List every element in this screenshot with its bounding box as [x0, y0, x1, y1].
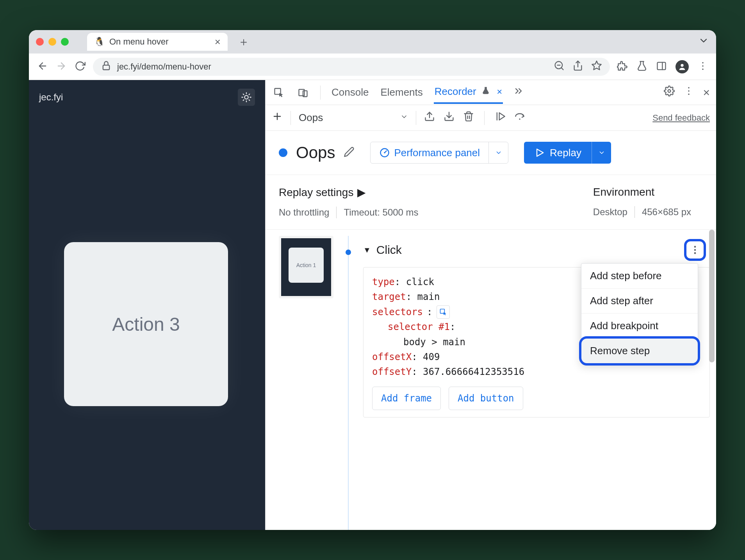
- prop-offsety-value[interactable]: 367.66666412353516: [423, 366, 524, 377]
- delete-recording-button[interactable]: [463, 111, 474, 125]
- recording-selector[interactable]: Oops: [299, 112, 408, 124]
- environment-header: Environment: [593, 186, 691, 198]
- share-icon[interactable]: [572, 60, 583, 73]
- close-tab-button[interactable]: ×: [215, 36, 221, 48]
- menu-remove-step[interactable]: Remove step: [581, 339, 698, 363]
- svg-point-13: [702, 65, 704, 67]
- tab-console[interactable]: Console: [331, 82, 369, 103]
- edit-title-button[interactable]: [344, 146, 355, 159]
- import-button[interactable]: [444, 111, 454, 125]
- tab-elements[interactable]: Elements: [380, 82, 423, 103]
- close-panel-button[interactable]: ×: [497, 86, 502, 97]
- replay-dropdown-button[interactable]: [592, 142, 611, 164]
- step-menu-button[interactable]: [684, 239, 706, 261]
- continue-replay-button[interactable]: [495, 111, 506, 125]
- svg-marker-7: [592, 61, 601, 70]
- labs-icon[interactable]: [636, 61, 647, 73]
- step-thumbnail[interactable]: Action 1: [279, 236, 333, 298]
- device-toggle-button[interactable]: [296, 86, 310, 100]
- back-button[interactable]: [37, 61, 48, 73]
- selector-picker-button[interactable]: [437, 305, 450, 319]
- demo-card[interactable]: Action 3: [64, 242, 228, 406]
- card-label: Action 3: [112, 314, 180, 335]
- forward-button[interactable]: [55, 61, 67, 73]
- page-content: jec.fyi Action 3: [29, 80, 265, 530]
- svg-point-15: [244, 95, 248, 99]
- play-icon: [534, 147, 545, 158]
- close-window-button[interactable]: [36, 38, 44, 46]
- svg-point-39: [384, 152, 386, 153]
- timeline: [340, 236, 356, 530]
- thumbnail-label: Action 1: [289, 248, 324, 283]
- svg-point-30: [688, 93, 690, 95]
- recording-name: Oops: [299, 112, 323, 124]
- prop-offsetx-value[interactable]: 409: [423, 351, 440, 362]
- svg-point-11: [681, 64, 683, 66]
- minimize-window-button[interactable]: [48, 38, 56, 46]
- browser-menu-button[interactable]: [697, 61, 708, 73]
- sun-icon: [241, 92, 252, 103]
- timeout-value: Timeout: 5000 ms: [344, 207, 418, 218]
- svg-point-14: [702, 68, 704, 70]
- settings-button[interactable]: [664, 86, 675, 99]
- new-tab-button[interactable]: ＋: [238, 34, 250, 50]
- lock-icon: [101, 60, 112, 73]
- devtools-menu-button[interactable]: [683, 86, 694, 99]
- browser-window: 🐧 On menu hover × ＋ jec.fyi/demo/menu-ho…: [29, 30, 716, 530]
- reload-button[interactable]: [74, 61, 86, 73]
- menu-add-breakpoint[interactable]: Add breakpoint: [581, 314, 698, 339]
- svg-line-4: [561, 68, 563, 70]
- panel-icon[interactable]: [656, 61, 667, 73]
- svg-point-37: [519, 118, 520, 120]
- tab-strip: 🐧 On menu hover × ＋: [29, 30, 716, 54]
- add-frame-button[interactable]: Add frame: [372, 387, 441, 410]
- inspect-button[interactable]: [272, 86, 286, 100]
- step-item: ▼ Click type: click target: main selecto…: [363, 236, 710, 530]
- extensions-icon[interactable]: [617, 61, 628, 73]
- svg-point-41: [694, 246, 696, 248]
- browser-tab[interactable]: 🐧 On menu hover ×: [87, 33, 228, 51]
- bookmark-icon[interactable]: [591, 60, 602, 73]
- prop-type-value[interactable]: click: [406, 276, 434, 287]
- caret-right-icon: ▶: [357, 186, 366, 199]
- performance-panel-button[interactable]: Performance panel: [370, 142, 508, 164]
- zoom-out-icon[interactable]: [554, 60, 565, 73]
- export-button[interactable]: [424, 111, 435, 125]
- flask-icon: [481, 86, 490, 97]
- svg-line-22: [243, 100, 244, 101]
- menu-add-step-before[interactable]: Add step before: [581, 264, 698, 289]
- tab-recorder[interactable]: Recorder ×: [434, 81, 503, 104]
- tab-list-button[interactable]: [698, 35, 709, 49]
- send-feedback-link[interactable]: Send feedback: [652, 113, 710, 123]
- prop-target-value[interactable]: main: [417, 291, 440, 302]
- step-context-menu: Add step before Add step after Add break…: [581, 263, 698, 364]
- replay-settings-header[interactable]: Replay settings ▶: [279, 186, 419, 199]
- site-logo[interactable]: jec.fyi: [39, 92, 63, 103]
- maximize-window-button[interactable]: [61, 38, 69, 46]
- devtools-tabs: Console Elements Recorder × ×: [266, 80, 716, 105]
- user-icon: [678, 62, 686, 71]
- more-tabs-button[interactable]: [513, 86, 524, 99]
- selector-value[interactable]: body > main: [403, 337, 465, 348]
- theme-toggle[interactable]: [238, 89, 255, 106]
- add-button-button[interactable]: Add button: [449, 387, 523, 410]
- address-bar[interactable]: jec.fyi/demo/menu-hover: [93, 58, 610, 76]
- perf-dropdown-button[interactable]: [488, 142, 508, 163]
- menu-add-step-after[interactable]: Add step after: [581, 289, 698, 314]
- new-recording-button[interactable]: [272, 111, 283, 125]
- close-devtools-button[interactable]: ×: [703, 86, 710, 99]
- collapse-icon[interactable]: ▼: [363, 246, 371, 255]
- svg-rect-2: [103, 65, 109, 70]
- replay-button[interactable]: Replay: [524, 142, 611, 164]
- scrollbar-thumb[interactable]: [709, 230, 715, 362]
- recording-title: Oops: [296, 143, 335, 162]
- svg-point-29: [688, 90, 690, 92]
- timeline-dot-icon: [346, 250, 351, 255]
- step-over-button[interactable]: [514, 111, 525, 125]
- svg-point-27: [668, 90, 671, 93]
- profile-avatar[interactable]: [675, 60, 689, 73]
- devtools-panel: Console Elements Recorder × ×: [265, 80, 716, 530]
- svg-point-12: [702, 62, 704, 64]
- svg-point-43: [694, 252, 696, 254]
- recorder-header: Oops Performance panel Replay: [266, 131, 716, 175]
